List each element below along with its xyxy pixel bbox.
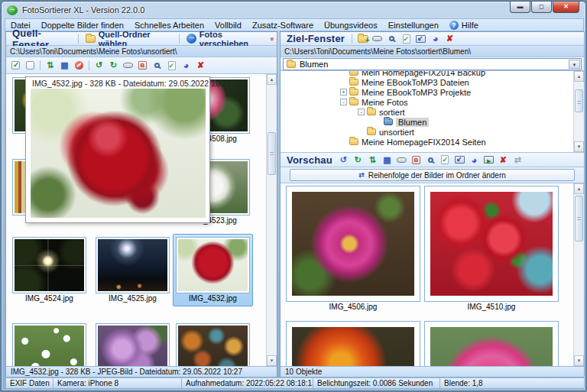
help-icon: ? <box>449 21 459 30</box>
move-photos-button[interactable]: Fotos verschieben <box>183 33 268 45</box>
verify-button[interactable] <box>439 154 452 166</box>
thumbnail-grid-button[interactable]: ▦ <box>381 154 394 166</box>
select-all-icon <box>11 61 20 70</box>
tree-item-selected[interactable]: Blumen <box>281 117 584 127</box>
status-exposure: Belichtungszeit: 0.0086 Sekunden <box>313 378 440 388</box>
rotate-right-button[interactable]: ↻ <box>352 154 365 166</box>
tree-expander[interactable]: - <box>358 109 365 115</box>
exif-button[interactable]: B <box>410 154 423 166</box>
delete-button[interactable]: ✘ <box>443 33 456 45</box>
scroll-down-icon[interactable]: ▼ <box>574 141 584 152</box>
exif-icon: B <box>138 61 148 70</box>
preview-caption: IMG_4532.jpg - 328 KB - Dateidatum: 29.0… <box>26 77 209 89</box>
rotate-left-button[interactable]: ↺ <box>92 60 105 72</box>
source-panel-header: Quell-Fenster Quell-Ordner wählen Fotos … <box>6 32 277 46</box>
thumbnail-cell[interactable] <box>96 323 170 366</box>
toolbar-overflow-icon[interactable]: » <box>268 37 275 40</box>
sort-order-button[interactable]: ⇅ <box>366 154 379 166</box>
slideshow-button[interactable] <box>482 154 495 166</box>
title-bar[interactable]: FotoSortierer XL - Version 22.0.0 <box>2 2 585 18</box>
delete-button[interactable]: ✘ <box>194 60 207 72</box>
status-exif-label: EXIF Daten <box>6 378 54 388</box>
scrollbar-thumb[interactable] <box>268 132 276 175</box>
scroll-down-icon[interactable]: ▼ <box>574 355 584 366</box>
rename-button[interactable] <box>371 33 384 45</box>
statistics-button[interactable]: ◕ <box>468 154 481 166</box>
target-grid-scrollbar[interactable]: ▲ ▼ <box>573 183 584 366</box>
tree-item[interactable]: -sortiert <box>281 107 584 117</box>
statistics-button[interactable]: ◕ <box>429 33 442 45</box>
rotate-left-icon: ↺ <box>340 155 347 165</box>
thumbnail-cell[interactable] <box>12 323 86 366</box>
search-button[interactable] <box>424 154 437 166</box>
rotate-left-button[interactable]: ↺ <box>337 154 350 166</box>
minimize-button[interactable]: ▬ <box>510 2 530 13</box>
scroll-down-icon[interactable]: ▼ <box>267 355 277 366</box>
select-all-button[interactable] <box>9 60 22 72</box>
scroll-up-icon[interactable]: ▲ <box>267 74 277 85</box>
toolbar-separator <box>352 34 352 44</box>
delete-icon: ✘ <box>500 155 507 165</box>
exif-button[interactable]: B <box>136 60 149 72</box>
thumbnail-cell[interactable] <box>424 321 559 366</box>
delete-button[interactable]: ✘ <box>497 154 510 166</box>
tree-item[interactable]: +Meine EBookToMP3 Projekte <box>281 87 584 97</box>
scroll-up-icon[interactable]: ▲ <box>574 183 584 194</box>
new-folder-button[interactable] <box>356 33 369 45</box>
statistics-button[interactable]: ◕ <box>180 60 193 72</box>
verify-button[interactable] <box>165 60 178 72</box>
maximize-button[interactable]: ◻ <box>531 2 552 13</box>
tree-item[interactable]: Meine HomepageFIX2014 Seiten <box>281 137 584 147</box>
move-to-folder-button[interactable] <box>453 154 466 166</box>
preview-title: Vorschau <box>287 154 332 166</box>
move-to-folder-button[interactable] <box>414 33 427 45</box>
thumbnail-cell[interactable] <box>176 323 250 366</box>
rename-button[interactable] <box>122 60 135 72</box>
search-button[interactable] <box>385 33 398 45</box>
scrollbar-thumb[interactable] <box>575 89 583 112</box>
thumbnail-cell-selected[interactable]: IMG_4532.jpg <box>173 234 253 306</box>
sort-order-button[interactable]: ⇅ <box>44 60 57 72</box>
lock-button[interactable] <box>73 60 86 72</box>
thumbnail-filename: IMG_4525.jpg <box>96 293 170 303</box>
menu-hilfe[interactable]: ?Hilfe <box>444 19 484 31</box>
deselect-all-button[interactable] <box>24 60 37 72</box>
tree-item[interactable]: Meine EBookToMP3 Dateien <box>281 77 584 87</box>
tree-expander[interactable]: + <box>340 89 347 96</box>
thumbnail-cell[interactable]: IMG_4525.jpg <box>96 237 170 303</box>
choose-source-folder-button[interactable]: Quell-Ordner wählen <box>83 33 175 45</box>
menu-uebungsvideos[interactable]: Übungsvideos <box>319 19 383 31</box>
tree-item[interactable]: Mein HomepageFIX2014 Backup <box>281 71 584 77</box>
scrollbar-thumb[interactable] <box>575 196 583 241</box>
source-grid-scrollbar[interactable]: ▲ ▼ <box>266 74 277 366</box>
reorder-images-button[interactable]: ⇄ Reihenfolge der Bilder im Ordner änder… <box>290 169 575 181</box>
chevron-down-icon[interactable]: ▼ <box>569 60 580 69</box>
thumbnail-cell[interactable] <box>286 321 420 366</box>
scroll-up-icon[interactable]: ▲ <box>574 71 584 82</box>
thumbnail-cell[interactable]: IMG_4510.jpg <box>424 186 559 312</box>
menu-einstellungen[interactable]: Einstellungen <box>383 19 444 31</box>
thumbnail-cell[interactable]: IMG_4506.jpg <box>286 186 420 312</box>
tree-item[interactable]: -Meine Fotos <box>281 97 584 107</box>
target-status-strip: 10 Objekte <box>281 366 584 377</box>
target-panel-header: Ziel-Fenster ◕✘ <box>281 32 584 46</box>
tree-scrollbar[interactable]: ▲ ▼ <box>573 71 584 152</box>
tree-item[interactable]: unsortiert <box>281 127 584 137</box>
rotate-right-button[interactable]: ↻ <box>107 60 120 72</box>
rename-button[interactable] <box>395 154 408 166</box>
reorder-button[interactable]: ⇄ <box>511 154 524 166</box>
verify-button[interactable] <box>400 33 413 45</box>
search-button[interactable] <box>151 60 164 72</box>
thumbnail-cell[interactable]: IMG_4524.jpg <box>12 237 86 303</box>
move-to-folder-icon <box>416 35 426 43</box>
thumbnail-grid-button[interactable]: ▦ <box>58 60 71 72</box>
thumbnail-filename: IMG_4532.jpg <box>176 293 250 303</box>
thumbnail-image <box>430 192 553 296</box>
rotate-right-icon: ↻ <box>355 155 362 165</box>
folder-combobox[interactable]: Blumen ▼ <box>283 58 582 70</box>
folder-icon <box>349 89 358 96</box>
tree-expander[interactable]: - <box>340 99 347 105</box>
folder-icon <box>287 61 296 68</box>
close-button[interactable]: ✕ <box>553 2 579 13</box>
reorder-icon: ⇄ <box>514 155 521 165</box>
